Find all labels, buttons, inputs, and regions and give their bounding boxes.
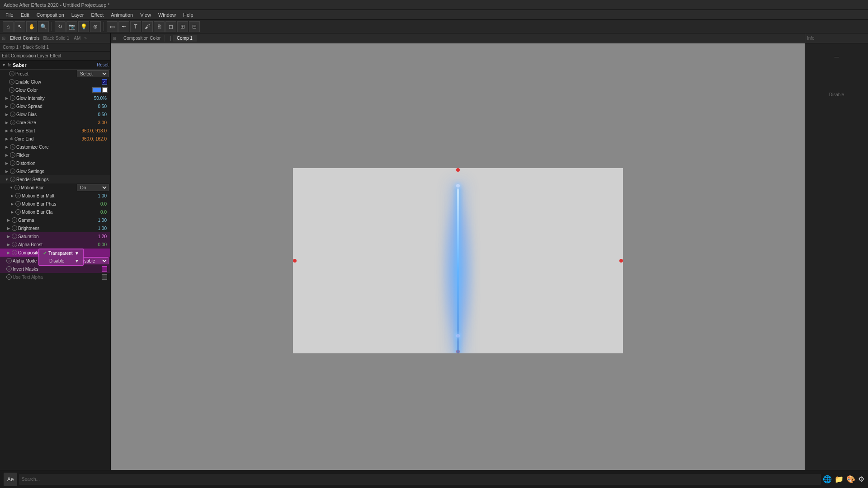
motion-blur-row[interactable]: ▼ ○ Motion Blur On Off — [0, 183, 110, 192]
menu-edit[interactable]: Edit — [17, 12, 33, 18]
motion-blur-phase-label: Motion Blur Phas — [22, 202, 61, 206]
panel-expand[interactable]: » — [84, 36, 87, 41]
distortion-arrow[interactable]: ▶ — [5, 161, 9, 165]
tool-eraser[interactable]: ◻ — [165, 21, 176, 32]
taskbar-icon-1[interactable]: 🌐 — [823, 475, 832, 483]
glow-spread-value[interactable]: 0.50 — [98, 104, 107, 109]
saber-toggle[interactable]: fx — [8, 63, 11, 67]
effect-controls-tabs: ⊞ Effect Controls Black Solid 1 AM » — [0, 33, 110, 43]
composite-settings-row[interactable]: ▶ ○ Composite Settings ✓ Transparent ▼ — [0, 249, 110, 257]
enable-glow-checkbox[interactable] — [102, 79, 107, 84]
glow-color-swatch-white[interactable] — [102, 87, 108, 93]
motion-blur-mult-arrow[interactable]: ▶ — [10, 193, 14, 198]
render-settings-arrow[interactable]: ▼ — [5, 177, 9, 182]
tool-puppet[interactable]: ⊞ — [177, 21, 188, 32]
alpha-boost-arrow[interactable]: ▶ — [6, 242, 11, 247]
gamma-arrow[interactable]: ▶ — [6, 218, 11, 222]
core-start-value[interactable]: 960.0, 918.0 — [81, 128, 107, 133]
motion-blur-phase-value[interactable]: 0.0 — [100, 202, 107, 206]
composite-option-transparent[interactable]: ✓ Transparent ▼ — [39, 249, 83, 257]
distortion-row[interactable]: ▶ ○ Distortion — [0, 159, 110, 167]
viewport-tabs: ⊞ Composition Color | Comp 1 — [111, 33, 805, 43]
core-end-arrow[interactable]: ▶ — [5, 136, 9, 141]
tool-brush[interactable]: 🖌 — [142, 21, 153, 32]
tool-anchor[interactable]: ⊕ — [90, 21, 101, 32]
tool-pin[interactable]: ⊟ — [189, 21, 200, 32]
core-size-arrow[interactable]: ▶ — [5, 120, 9, 125]
taskbar-ae-icon[interactable]: Ae — [4, 473, 17, 486]
glow-settings-arrow[interactable]: ▶ — [5, 169, 9, 174]
alpha-boost-value[interactable]: 0.00 — [98, 242, 107, 247]
menu-composition[interactable]: Composition — [33, 12, 68, 18]
render-settings-row[interactable]: ▼ ○ Render Settings — [0, 175, 110, 183]
motion-blur-mult-value[interactable]: 1.00 — [98, 193, 107, 198]
preset-dropdown[interactable]: Select — [77, 70, 108, 77]
composite-settings-arrow[interactable]: ▶ — [6, 250, 11, 255]
taskbar-icon-4[interactable]: ⚙ — [858, 475, 864, 483]
motion-blur-clamp-arrow[interactable]: ▶ — [10, 210, 14, 214]
invert-masks-checkbox[interactable] — [102, 266, 107, 272]
breadcrumb-layer[interactable]: Black Solid 1 — [23, 45, 49, 50]
tool-camera[interactable]: 📷 — [66, 21, 77, 32]
customize-core-row[interactable]: ▶ ○ Customize Core — [0, 143, 110, 151]
taskbar-icon-2[interactable]: 📁 — [835, 475, 844, 483]
tool-text[interactable]: T — [130, 21, 141, 32]
core-end-value[interactable]: 960.0, 162.0 — [81, 136, 107, 141]
composite-option-disable[interactable]: Disable ▼ — [39, 257, 83, 265]
use-text-alpha-checkbox[interactable] — [102, 274, 107, 280]
tool-hand[interactable]: ✋ — [26, 21, 37, 32]
motion-blur-clamp-value[interactable]: 0.0 — [100, 210, 107, 215]
viewport-tab-comp1[interactable]: Comp 1 — [173, 35, 197, 42]
reset-button[interactable]: Reset — [97, 62, 108, 67]
saber-expand-arrow[interactable]: ▼ — [2, 63, 6, 67]
disable-dropdown-arrow[interactable]: ▼ — [75, 258, 79, 263]
menu-layer[interactable]: Layer — [68, 12, 88, 18]
menu-window[interactable]: Window — [155, 12, 179, 18]
tool-clone[interactable]: ⎘ — [154, 21, 165, 32]
glow-intensity-arrow[interactable]: ▶ — [5, 96, 9, 100]
glow-color-swatch-blue[interactable] — [92, 87, 101, 93]
composite-dropdown-popup[interactable]: ✓ Transparent ▼ Disable ▼ — [38, 249, 84, 266]
saturation-value[interactable]: 1.20 — [98, 234, 107, 239]
tool-rect[interactable]: ▭ — [107, 21, 118, 32]
customize-core-arrow[interactable]: ▶ — [5, 145, 9, 149]
breadcrumb-comp[interactable]: Comp 1 — [3, 45, 19, 50]
menu-file[interactable]: File — [2, 12, 17, 18]
tool-zoom[interactable]: 🔍 — [38, 21, 49, 32]
saturation-arrow[interactable]: ▶ — [6, 234, 11, 239]
menu-effect[interactable]: Effect — [87, 12, 107, 18]
effect-controls-tab-label[interactable]: Effect Controls — [10, 36, 39, 41]
menu-animation[interactable]: Animation — [107, 12, 137, 18]
taskbar-search[interactable]: Search... — [19, 474, 821, 485]
motion-blur-dropdown[interactable]: On Off — [77, 184, 108, 191]
glow-spread-arrow[interactable]: ▶ — [5, 104, 9, 108]
motion-blur-phase-arrow[interactable]: ▶ — [10, 202, 14, 206]
viewport-canvas — [293, 168, 623, 353]
menu-view[interactable]: View — [137, 12, 155, 18]
transparent-dropdown-arrow[interactable]: ▼ — [75, 251, 79, 256]
glow-bias-value[interactable]: 0.50 — [98, 112, 107, 117]
tool-select[interactable]: ↖ — [14, 21, 25, 32]
flicker-row[interactable]: ▶ ○ Flicker — [0, 151, 110, 159]
gamma-value[interactable]: 1.00 — [98, 218, 107, 223]
panel-tab-am[interactable]: AM — [74, 36, 80, 41]
tool-light[interactable]: 💡 — [78, 21, 89, 32]
taskbar-icon-3[interactable]: 🎨 — [846, 475, 855, 483]
motion-blur-mult-icon: ○ — [15, 193, 21, 198]
tool-rotate[interactable]: ↻ — [55, 21, 66, 32]
viewport-tab-composition[interactable]: Composition Color — [120, 35, 165, 42]
motion-blur-arrow[interactable]: ▼ — [9, 185, 14, 190]
core-size-value[interactable]: 3.00 — [98, 120, 107, 125]
brightness-arrow[interactable]: ▶ — [6, 226, 11, 230]
tool-pen[interactable]: ✒ — [118, 21, 129, 32]
glow-intensity-value[interactable]: 50.0% — [94, 96, 107, 101]
tool-home[interactable]: ⌂ — [3, 21, 14, 32]
glow-bias-arrow[interactable]: ▶ — [5, 112, 9, 117]
edit-composition-text: Edit Composition Layer Effect — [2, 53, 61, 58]
core-start-arrow[interactable]: ▶ — [5, 128, 9, 133]
glow-settings-row[interactable]: ▶ ○ Glow Settings — [0, 167, 110, 175]
menu-help[interactable]: Help — [179, 12, 197, 18]
core-size-row: ▶ ○ Core Size 3.00 — [0, 118, 110, 127]
brightness-value[interactable]: 1.00 — [98, 226, 107, 231]
flicker-arrow[interactable]: ▶ — [5, 153, 9, 157]
